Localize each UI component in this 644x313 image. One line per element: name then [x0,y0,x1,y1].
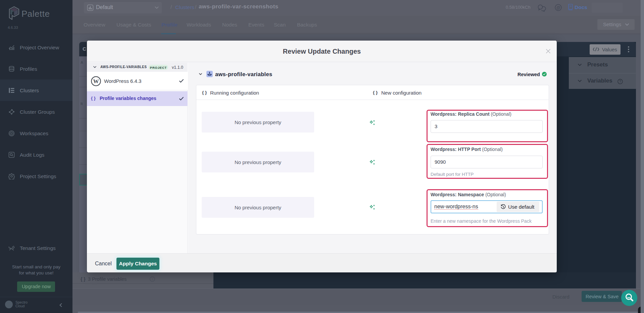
svg-text:W: W [93,78,99,85]
svg-text:?: ? [619,80,621,84]
svg-text:@: @ [556,5,560,10]
svg-text:i: i [152,277,153,281]
